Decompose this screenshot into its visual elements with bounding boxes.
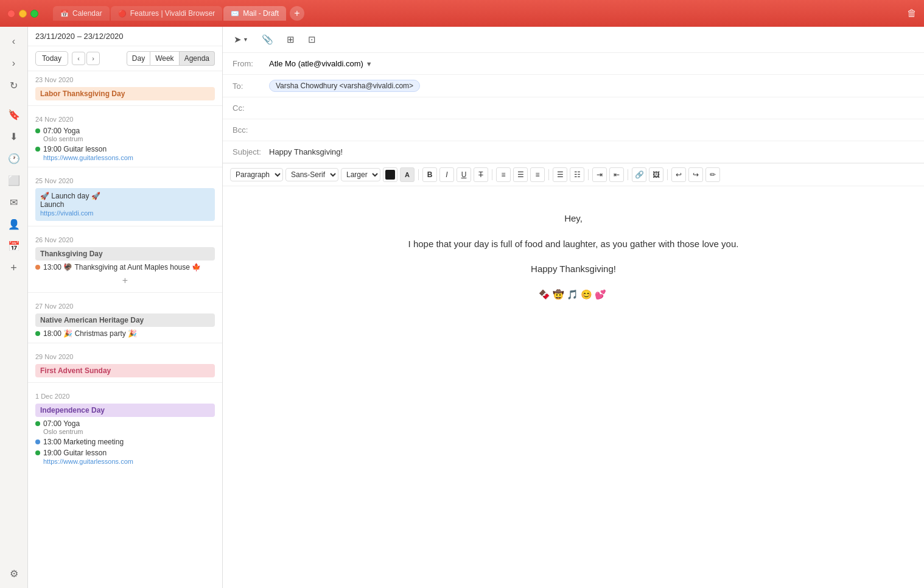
- calendar-scroll[interactable]: 23 Nov 2020 Labor Thanksgiving Day 24 No…: [28, 71, 222, 588]
- vivaldi-link[interactable]: https://vivaldi.com: [40, 209, 93, 217]
- subject-value[interactable]: Happy Thanksgiving!: [269, 147, 343, 156]
- minimize-button[interactable]: [19, 10, 27, 18]
- event-marketing-1dec[interactable]: 13:00 Marketing meeting: [35, 438, 215, 446]
- new-tab-button[interactable]: +: [290, 6, 304, 21]
- guitar-link-24[interactable]: https://www.guitarlessons.com: [43, 154, 133, 161]
- from-label: From:: [233, 59, 269, 68]
- mail-sidebar-icon[interactable]: ✉: [4, 192, 24, 212]
- calendar-pane: 23/11/2020 – 23/12/2020 Today ‹ › Day We…: [28, 27, 223, 588]
- event-yoga24-text: 07:00 Yoga Oslo sentrum: [43, 127, 83, 142]
- features-tab-icon: 🔴: [118, 10, 127, 18]
- event-marketing-text: 13:00 Marketing meeting: [43, 438, 124, 446]
- subject-label: Subject:: [233, 147, 269, 156]
- event-thanksgiving-dinner[interactable]: 13:00 🦃 Thanksgiving at Aunt Maples hous…: [35, 263, 215, 271]
- event-native-american[interactable]: Native American Heritage Day: [35, 313, 215, 327]
- from-dropdown-arrow: ▼: [366, 60, 373, 68]
- send-icon: ➤: [234, 34, 242, 45]
- calendar-sidebar-icon[interactable]: 📅: [4, 236, 24, 256]
- align-left-button[interactable]: ≡: [496, 167, 511, 182]
- cal-toolbar: 23/11/2020 – 23/12/2020: [28, 27, 222, 46]
- refresh-icon[interactable]: ↻: [4, 75, 24, 95]
- tab-calendar[interactable]: 📅 Calendar: [53, 6, 110, 21]
- tab-tiles-icon[interactable]: ⬜: [4, 170, 24, 190]
- from-dropdown[interactable]: Atle Mo (atle@vivaldi.com) ▼: [269, 59, 373, 68]
- event-launch[interactable]: 🚀 Launch day 🚀 Launch https://vivaldi.co…: [35, 188, 215, 221]
- contacts-icon[interactable]: 👤: [4, 214, 24, 234]
- bcc-field[interactable]: Bcc:: [223, 119, 924, 141]
- body-closing: Happy Thanksgiving!: [360, 261, 786, 277]
- event-first-advent[interactable]: First Advent Sunday: [35, 364, 215, 377]
- event-thanksgiving-day[interactable]: Thanksgiving Day: [35, 247, 215, 261]
- size-select[interactable]: Larger: [341, 168, 380, 181]
- mail-body[interactable]: Hey, I hope that your day is full of foo…: [223, 186, 924, 588]
- attach-button[interactable]: 📎: [258, 32, 277, 47]
- event-thanksgiving-text: 13:00 🦃 Thanksgiving at Aunt Maples hous…: [43, 263, 201, 271]
- close-button[interactable]: [7, 10, 15, 18]
- color-swatch: [385, 170, 395, 180]
- event-labor-thanksgiving[interactable]: Labor Thanksgiving Day: [35, 87, 215, 100]
- bold-button[interactable]: B: [422, 167, 437, 182]
- tab-mail-draft[interactable]: ✉️ Mail - Draft: [223, 6, 286, 21]
- event-christmas-party[interactable]: 18:00 🎉 Christmas party 🎉: [35, 329, 215, 338]
- trash-icon[interactable]: 🗑: [907, 8, 917, 19]
- history-icon[interactable]: 🕐: [4, 149, 24, 168]
- cal-date-range: 23/11/2020 – 23/12/2020: [35, 32, 215, 41]
- event-yoga-24[interactable]: 07:00 Yoga Oslo sentrum: [35, 127, 215, 142]
- event-guitar-24[interactable]: 19:00 Guitar lesson https://www.guitarle…: [35, 145, 215, 162]
- maximize-button[interactable]: [30, 10, 38, 18]
- forward-icon[interactable]: ›: [4, 54, 24, 73]
- next-arrow[interactable]: ›: [86, 52, 100, 65]
- paragraph-select[interactable]: Paragraph: [230, 168, 283, 181]
- image-button[interactable]: 🖼: [649, 167, 663, 182]
- color-button[interactable]: [383, 167, 397, 182]
- background-color-button[interactable]: A: [400, 167, 415, 182]
- italic-button[interactable]: I: [439, 167, 454, 182]
- day-1dec: 1 Dec 2020 Independence Day 07:00 Yoga O…: [28, 388, 222, 466]
- tab-mail-label: Mail - Draft: [243, 9, 279, 18]
- back-icon[interactable]: ‹: [4, 32, 24, 51]
- tab-calendar-label: Calendar: [72, 9, 102, 18]
- to-value[interactable]: Varsha Chowdhury <varsha@vivaldi.com>: [269, 80, 420, 92]
- indent-button[interactable]: ⇥: [592, 167, 607, 182]
- source-button[interactable]: ✏: [705, 167, 720, 182]
- today-button[interactable]: Today: [35, 51, 68, 66]
- format-toolbar: Paragraph Sans-Serif Larger A B I U T ≡ …: [223, 164, 924, 186]
- event-independence-day[interactable]: Independence Day: [35, 404, 215, 417]
- day-label-27nov: 27 Nov 2020: [35, 303, 215, 311]
- prev-arrow[interactable]: ‹: [72, 52, 85, 65]
- font-select[interactable]: Sans-Serif: [285, 168, 338, 181]
- link-button[interactable]: 🔗: [632, 167, 646, 182]
- agenda-view-button[interactable]: Agenda: [180, 51, 215, 66]
- event-guitar1dec-text: 19:00 Guitar lesson https://www.guitarle…: [43, 449, 133, 466]
- redo-button[interactable]: ↪: [688, 167, 703, 182]
- undo-button[interactable]: ↩: [671, 167, 686, 182]
- download-icon[interactable]: ⬇: [4, 127, 24, 146]
- more-options-button[interactable]: ⊡: [304, 32, 320, 47]
- tab-features[interactable]: 🔴 Features | Vivaldi Browser: [111, 6, 223, 21]
- guitar-link-1dec[interactable]: https://www.guitarlessons.com: [43, 458, 133, 465]
- outdent-button[interactable]: ⇤: [609, 167, 624, 182]
- send-button[interactable]: ➤ ▼: [230, 32, 252, 47]
- event-yoga-1dec[interactable]: 07:00 Yoga Oslo sentrum: [35, 419, 215, 435]
- day-label-24nov: 24 Nov 2020: [35, 116, 215, 124]
- align-center-button[interactable]: ☰: [513, 167, 528, 182]
- align-right-button[interactable]: ≡: [530, 167, 545, 182]
- day-label-23nov: 23 Nov 2020: [35, 76, 215, 85]
- settings-icon[interactable]: ⚙: [4, 564, 24, 583]
- dot-blue-marketing: [35, 439, 40, 444]
- cc-field[interactable]: Cc:: [223, 97, 924, 119]
- day-24nov: 24 Nov 2020 07:00 Yoga Oslo sentrum 19:0…: [28, 111, 222, 162]
- add-event-26nov[interactable]: +: [35, 274, 215, 287]
- bookmark-icon[interactable]: 🔖: [4, 105, 24, 124]
- week-view-button[interactable]: Week: [150, 51, 179, 66]
- ordered-list-button[interactable]: ☷: [570, 167, 584, 182]
- templates-button[interactable]: ⊞: [283, 32, 298, 47]
- add-panel-icon[interactable]: +: [4, 258, 24, 278]
- unordered-list-button[interactable]: ☰: [553, 167, 567, 182]
- day-25nov: 25 Nov 2020 🚀 Launch day 🚀 Launch https:…: [28, 172, 222, 221]
- day-view-button[interactable]: Day: [127, 51, 150, 66]
- from-value: Atle Mo (atle@vivaldi.com): [269, 59, 363, 68]
- underline-button[interactable]: U: [457, 167, 471, 182]
- strikethrough-button[interactable]: T: [474, 167, 488, 182]
- event-guitar-1dec[interactable]: 19:00 Guitar lesson https://www.guitarle…: [35, 449, 215, 466]
